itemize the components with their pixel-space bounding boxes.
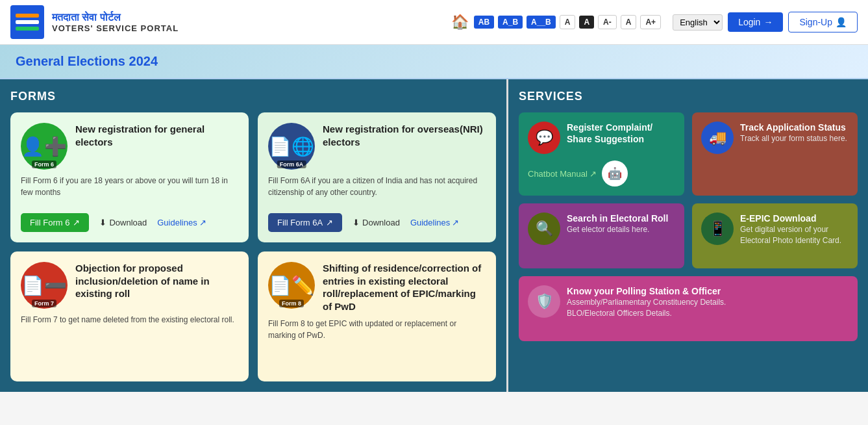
form8-badge: Form 8 [279,300,304,307]
portal-title-hindi: मतदाता सेवा पोर्टल [52,12,179,23]
form8-title: Shifting of residence/correction of entr… [323,262,486,313]
guidelines-form6-link[interactable]: Guidelines ↗ [157,218,206,227]
track-desc: Track all your form status here. [740,133,847,144]
form8-header: 📄✏️ Form 8 Shifting of residence/correct… [268,262,486,313]
font-size-minus-button[interactable]: A- [598,15,617,29]
font-options: AB A_B A__B A A A- A A+ [474,15,661,29]
form6-badge: Form 6 [32,161,56,168]
form7-card: 📄➖ Form 7 Objection for proposed inclusi… [10,251,249,381]
forms-section: FORMS 👤➕ Form 6 New registration for gen… [0,79,506,392]
fill-form6-arrow: ↗ [73,218,80,227]
search-electoral-icon: 🔍 [528,212,560,245]
search-electoral-text: Search in Electoral Roll Get elector det… [567,212,668,235]
download-form6a-label: Download [362,218,400,227]
font-size-plus-button[interactable]: A+ [640,15,661,29]
e-epic-text: E-EPIC Download Get digital version of y… [740,212,849,246]
download-form6a-icon: ⬇ [353,218,360,227]
form6-icon: 👤➕ Form 6 [21,123,68,170]
form6a-actions: Fill Form 6A ↗ ⬇ Download Guidelines ↗ [268,213,486,232]
form6a-desc: Fill Form 6A if you are a citizen of Ind… [268,175,486,205]
form8-icon: 📄✏️ Form 8 [268,262,315,309]
complaint-text: Register Complaint/ Share Suggestion [567,122,675,145]
fill-form6-button[interactable]: Fill Form 6 ↗ [21,213,89,232]
download-form6a-link[interactable]: ⬇ Download [353,218,400,227]
form7-badge: Form 7 [32,300,56,307]
form6a-globe-icon: 📄🌐 [269,136,314,157]
guidelines-form6-label: Guidelines [157,218,197,227]
search-electoral-title: Search in Electoral Roll [567,212,668,224]
font-a--b-button[interactable]: A__B [527,16,556,29]
logo-icon [10,5,44,39]
form6-card: 👤➕ Form 6 New registration for general e… [10,112,249,242]
polling-icon: 🛡️ [528,285,560,318]
voter-mitra-avatar: 🤖 [602,161,628,187]
language-select[interactable]: English हिन्दी [673,14,723,31]
e-epic-card[interactable]: 📱 E-EPIC Download Get digital version of… [692,203,858,268]
signup-button[interactable]: Sign-Up 👤 [788,12,858,32]
signup-label: Sign-Up [799,17,832,27]
forms-section-title: FORMS [10,90,496,103]
font-size-normal-button[interactable]: A [621,15,637,29]
e-epic-desc: Get digital version of your Electoral Ph… [740,224,849,246]
form8-desc: Fill Form 8 to get EPIC with updated or … [268,318,486,371]
signup-icon: 👤 [836,17,847,27]
header-left: मतदाता सेवा पोर्टल VOTERS' SERVICE PORTA… [10,5,179,39]
portal-title-english: VOTERS' SERVICE PORTAL [52,23,179,33]
track-text: Track Application Status Track all your … [740,122,847,144]
forms-grid: 👤➕ Form 6 New registration for general e… [10,112,496,381]
fill-form6-label: Fill Form 6 [30,218,69,227]
header-right: 🏠 AB A_B A__B A A A- A A+ English हिन्दी… [451,12,858,32]
form8-card: 📄✏️ Form 8 Shifting of residence/correct… [258,251,496,381]
guidelines-form6a-link[interactable]: Guidelines ↗ [410,218,459,227]
font-ab-button[interactable]: AB [474,16,494,29]
form6a-badge: Form 6A [277,161,306,168]
track-title: Track Application Status [740,122,847,133]
portal-titles: मतदाता सेवा पोर्टल VOTERS' SERVICE PORTA… [52,12,179,33]
form7-delete-icon: 📄➖ [21,275,67,296]
form6-title: New registration for general electors [75,123,238,148]
election-banner: General Elections 2024 [0,45,868,79]
guidelines-form6a-arrow: ↗ [452,218,459,227]
e-epic-icon: 📱 [701,212,734,245]
polling-station-card[interactable]: 🛡️ Know your Polling Station & Officer A… [519,276,858,341]
font-a-white-button[interactable]: A [560,15,576,29]
track-application-card[interactable]: 🚚 Track Application Status Track all you… [692,112,858,196]
chatbot-link[interactable]: Chatbot Manual ↗ [528,169,597,179]
services-grid: 💬 Register Complaint/ Share Suggestion C… [519,112,858,341]
chatbot-row: Chatbot Manual ↗ 🤖 [528,161,675,187]
e-epic-title: E-EPIC Download [740,212,849,224]
search-electoral-card[interactable]: 🔍 Search in Electoral Roll Get elector d… [519,203,684,268]
fill-form6a-button[interactable]: Fill Form 6A ↗ [268,213,342,232]
search-electoral-desc: Get elector details here. [567,224,668,235]
banner-text: General Elections 2024 [16,54,158,68]
form8-text: Shifting of residence/correction of entr… [323,262,486,313]
header: मतदाता सेवा पोर्टल VOTERS' SERVICE PORTA… [0,0,868,45]
polling-desc2: BLO/Electoral Officers Details. [567,308,726,319]
login-icon: → [763,17,773,27]
home-button[interactable]: 🏠 [451,14,469,31]
form8-edit-icon: 📄✏️ [269,275,314,296]
chatbot-label: Chatbot Manual [528,169,588,179]
form6-desc: Fill Form 6 if you are 18 years or above… [21,175,238,205]
fill-form6a-label: Fill Form 6A [277,218,323,227]
complaint-title: Register Complaint/ Share Suggestion [567,122,675,145]
form7-icon: 📄➖ Form 7 [21,262,68,309]
form6-actions: Fill Form 6 ↗ ⬇ Download Guidelines ↗ [21,213,238,232]
search-electoral-inner: 🔍 Search in Electoral Roll Get elector d… [528,212,675,245]
form6-header: 👤➕ Form 6 New registration for general e… [21,123,238,170]
form7-header: 📄➖ Form 7 Objection for proposed inclusi… [21,262,238,309]
polling-desc1: Assembly/Parliamentary Constituency Deta… [567,297,726,308]
font-a-b-button[interactable]: A_B [498,16,523,29]
download-form6-icon: ⬇ [99,218,106,227]
form6a-header: 📄🌐 Form 6A New registration for overseas… [268,123,486,170]
track-application-inner: 🚚 Track Application Status Track all you… [701,122,849,154]
complaint-icon: 💬 [528,122,560,154]
register-complaint-card[interactable]: 💬 Register Complaint/ Share Suggestion C… [519,112,684,196]
login-button[interactable]: Login → [728,12,783,32]
form6a-card: 📄🌐 Form 6A New registration for overseas… [258,112,496,242]
download-form6-link[interactable]: ⬇ Download [99,218,147,227]
form6-text: New registration for general electors [75,123,238,148]
polling-text: Know your Polling Station & Officer Asse… [567,285,726,319]
form6-person-icon: 👤➕ [21,136,67,157]
font-a-dark-button[interactable]: A [579,16,594,29]
